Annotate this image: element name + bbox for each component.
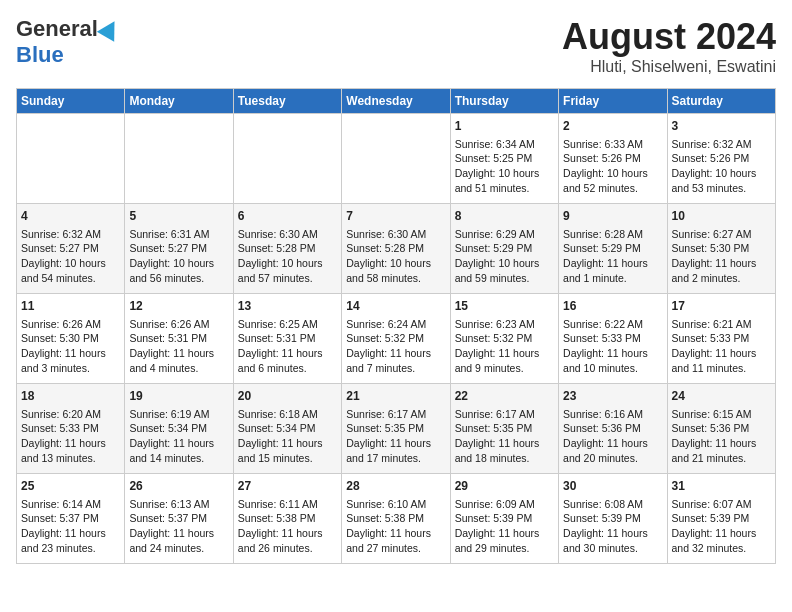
day-info: Sunrise: 6:33 AM Sunset: 5:26 PM Dayligh… [563, 137, 662, 196]
day-info: Sunrise: 6:27 AM Sunset: 5:30 PM Dayligh… [672, 227, 771, 286]
day-info: Sunrise: 6:23 AM Sunset: 5:32 PM Dayligh… [455, 317, 554, 376]
col-header-sunday: Sunday [17, 89, 125, 114]
calendar-week-row: 1Sunrise: 6:34 AM Sunset: 5:25 PM Daylig… [17, 114, 776, 204]
day-number: 17 [672, 298, 771, 315]
day-info: Sunrise: 6:30 AM Sunset: 5:28 PM Dayligh… [346, 227, 445, 286]
day-number: 11 [21, 298, 120, 315]
day-number: 6 [238, 208, 337, 225]
calendar-cell: 25Sunrise: 6:14 AM Sunset: 5:37 PM Dayli… [17, 474, 125, 564]
day-number: 15 [455, 298, 554, 315]
logo-blue-text: Blue [16, 42, 64, 68]
logo-general-text: General [16, 16, 98, 42]
logo-triangle-icon [97, 16, 123, 42]
day-info: Sunrise: 6:17 AM Sunset: 5:35 PM Dayligh… [455, 407, 554, 466]
day-number: 20 [238, 388, 337, 405]
calendar-cell: 7Sunrise: 6:30 AM Sunset: 5:28 PM Daylig… [342, 204, 450, 294]
logo: General Blue [16, 16, 120, 68]
day-info: Sunrise: 6:32 AM Sunset: 5:27 PM Dayligh… [21, 227, 120, 286]
calendar-cell: 27Sunrise: 6:11 AM Sunset: 5:38 PM Dayli… [233, 474, 341, 564]
day-number: 21 [346, 388, 445, 405]
calendar-cell [233, 114, 341, 204]
calendar-cell: 28Sunrise: 6:10 AM Sunset: 5:38 PM Dayli… [342, 474, 450, 564]
calendar-cell: 10Sunrise: 6:27 AM Sunset: 5:30 PM Dayli… [667, 204, 775, 294]
day-number: 14 [346, 298, 445, 315]
calendar-cell: 14Sunrise: 6:24 AM Sunset: 5:32 PM Dayli… [342, 294, 450, 384]
calendar-cell: 13Sunrise: 6:25 AM Sunset: 5:31 PM Dayli… [233, 294, 341, 384]
col-header-monday: Monday [125, 89, 233, 114]
day-info: Sunrise: 6:34 AM Sunset: 5:25 PM Dayligh… [455, 137, 554, 196]
day-info: Sunrise: 6:11 AM Sunset: 5:38 PM Dayligh… [238, 497, 337, 556]
day-number: 7 [346, 208, 445, 225]
day-info: Sunrise: 6:26 AM Sunset: 5:31 PM Dayligh… [129, 317, 228, 376]
day-info: Sunrise: 6:15 AM Sunset: 5:36 PM Dayligh… [672, 407, 771, 466]
calendar-cell [17, 114, 125, 204]
day-info: Sunrise: 6:19 AM Sunset: 5:34 PM Dayligh… [129, 407, 228, 466]
calendar-cell: 21Sunrise: 6:17 AM Sunset: 5:35 PM Dayli… [342, 384, 450, 474]
day-number: 24 [672, 388, 771, 405]
day-info: Sunrise: 6:21 AM Sunset: 5:33 PM Dayligh… [672, 317, 771, 376]
calendar-cell: 31Sunrise: 6:07 AM Sunset: 5:39 PM Dayli… [667, 474, 775, 564]
day-number: 18 [21, 388, 120, 405]
day-number: 28 [346, 478, 445, 495]
calendar-cell: 16Sunrise: 6:22 AM Sunset: 5:33 PM Dayli… [559, 294, 667, 384]
calendar-cell [125, 114, 233, 204]
calendar-cell: 26Sunrise: 6:13 AM Sunset: 5:37 PM Dayli… [125, 474, 233, 564]
day-number: 19 [129, 388, 228, 405]
day-info: Sunrise: 6:32 AM Sunset: 5:26 PM Dayligh… [672, 137, 771, 196]
day-info: Sunrise: 6:09 AM Sunset: 5:39 PM Dayligh… [455, 497, 554, 556]
day-number: 10 [672, 208, 771, 225]
calendar-cell: 19Sunrise: 6:19 AM Sunset: 5:34 PM Dayli… [125, 384, 233, 474]
day-number: 3 [672, 118, 771, 135]
calendar-cell: 3Sunrise: 6:32 AM Sunset: 5:26 PM Daylig… [667, 114, 775, 204]
day-number: 29 [455, 478, 554, 495]
col-header-friday: Friday [559, 89, 667, 114]
calendar-cell: 1Sunrise: 6:34 AM Sunset: 5:25 PM Daylig… [450, 114, 558, 204]
day-info: Sunrise: 6:07 AM Sunset: 5:39 PM Dayligh… [672, 497, 771, 556]
col-header-tuesday: Tuesday [233, 89, 341, 114]
day-info: Sunrise: 6:25 AM Sunset: 5:31 PM Dayligh… [238, 317, 337, 376]
day-info: Sunrise: 6:08 AM Sunset: 5:39 PM Dayligh… [563, 497, 662, 556]
calendar-cell: 18Sunrise: 6:20 AM Sunset: 5:33 PM Dayli… [17, 384, 125, 474]
page-header: General Blue August 2024 Hluti, Shiselwe… [16, 16, 776, 76]
calendar-table: SundayMondayTuesdayWednesdayThursdayFrid… [16, 88, 776, 564]
day-number: 22 [455, 388, 554, 405]
day-info: Sunrise: 6:10 AM Sunset: 5:38 PM Dayligh… [346, 497, 445, 556]
day-info: Sunrise: 6:20 AM Sunset: 5:33 PM Dayligh… [21, 407, 120, 466]
day-number: 23 [563, 388, 662, 405]
calendar-cell: 15Sunrise: 6:23 AM Sunset: 5:32 PM Dayli… [450, 294, 558, 384]
day-number: 8 [455, 208, 554, 225]
calendar-cell: 5Sunrise: 6:31 AM Sunset: 5:27 PM Daylig… [125, 204, 233, 294]
col-header-thursday: Thursday [450, 89, 558, 114]
calendar-cell: 24Sunrise: 6:15 AM Sunset: 5:36 PM Dayli… [667, 384, 775, 474]
calendar-week-row: 4Sunrise: 6:32 AM Sunset: 5:27 PM Daylig… [17, 204, 776, 294]
day-info: Sunrise: 6:22 AM Sunset: 5:33 PM Dayligh… [563, 317, 662, 376]
day-number: 9 [563, 208, 662, 225]
day-number: 5 [129, 208, 228, 225]
day-info: Sunrise: 6:14 AM Sunset: 5:37 PM Dayligh… [21, 497, 120, 556]
calendar-cell: 22Sunrise: 6:17 AM Sunset: 5:35 PM Dayli… [450, 384, 558, 474]
col-header-saturday: Saturday [667, 89, 775, 114]
day-number: 13 [238, 298, 337, 315]
day-info: Sunrise: 6:26 AM Sunset: 5:30 PM Dayligh… [21, 317, 120, 376]
day-number: 26 [129, 478, 228, 495]
day-info: Sunrise: 6:28 AM Sunset: 5:29 PM Dayligh… [563, 227, 662, 286]
page-subtitle: Hluti, Shiselweni, Eswatini [562, 58, 776, 76]
day-number: 4 [21, 208, 120, 225]
day-number: 30 [563, 478, 662, 495]
calendar-cell: 12Sunrise: 6:26 AM Sunset: 5:31 PM Dayli… [125, 294, 233, 384]
page-title: August 2024 [562, 16, 776, 58]
day-number: 16 [563, 298, 662, 315]
col-header-wednesday: Wednesday [342, 89, 450, 114]
day-number: 2 [563, 118, 662, 135]
title-block: August 2024 Hluti, Shiselweni, Eswatini [562, 16, 776, 76]
calendar-week-row: 11Sunrise: 6:26 AM Sunset: 5:30 PM Dayli… [17, 294, 776, 384]
day-number: 12 [129, 298, 228, 315]
day-number: 27 [238, 478, 337, 495]
calendar-cell: 17Sunrise: 6:21 AM Sunset: 5:33 PM Dayli… [667, 294, 775, 384]
calendar-header-row: SundayMondayTuesdayWednesdayThursdayFrid… [17, 89, 776, 114]
calendar-cell: 9Sunrise: 6:28 AM Sunset: 5:29 PM Daylig… [559, 204, 667, 294]
day-info: Sunrise: 6:31 AM Sunset: 5:27 PM Dayligh… [129, 227, 228, 286]
calendar-week-row: 25Sunrise: 6:14 AM Sunset: 5:37 PM Dayli… [17, 474, 776, 564]
calendar-cell: 6Sunrise: 6:30 AM Sunset: 5:28 PM Daylig… [233, 204, 341, 294]
calendar-cell: 2Sunrise: 6:33 AM Sunset: 5:26 PM Daylig… [559, 114, 667, 204]
